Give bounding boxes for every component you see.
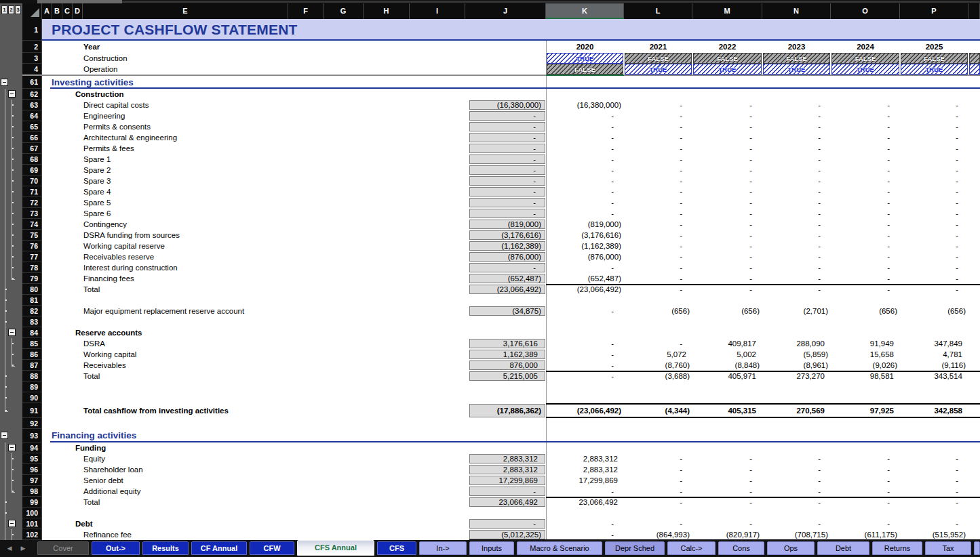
row-label-direct-capital-costs[interactable]: Direct capital costs (83, 100, 149, 110)
column-header-P[interactable]: P (900, 3, 968, 19)
outline-collapse-button[interactable] (8, 329, 16, 336)
cell-N79[interactable]: - (762, 273, 831, 284)
row-label-interest-during-construction[interactable]: Interest during construction (83, 262, 178, 273)
cell-O80[interactable]: - (831, 284, 900, 295)
column-header-H[interactable]: H (364, 3, 410, 19)
cell-O87[interactable]: (9,026) (831, 360, 900, 371)
row-header-70[interactable]: 70 (22, 176, 42, 186)
cell-L88[interactable]: (3,688) (624, 371, 692, 381)
cell-P78[interactable]: - (900, 262, 968, 273)
cell-K88[interactable]: - (546, 371, 624, 381)
flag-cell-operation-2025[interactable]: TRUE (901, 64, 968, 75)
cell-O77[interactable]: - (831, 251, 900, 262)
sheet-tab-cover[interactable]: Cover (37, 541, 89, 555)
construction-row-label[interactable]: Construction (83, 53, 128, 64)
cell-M68[interactable]: - (692, 154, 762, 165)
cell-K79[interactable]: (652,487) (546, 273, 624, 284)
cell-L91[interactable]: (4,344) (624, 403, 692, 418)
row-label-receivables[interactable]: Receivables (83, 360, 126, 371)
cell-L63[interactable]: - (624, 100, 692, 110)
cell-N78[interactable]: - (762, 262, 831, 273)
row-header-96[interactable]: 96 (22, 464, 42, 475)
cell-L68[interactable]: - (624, 154, 692, 165)
sheet-tab-inputs[interactable]: Inputs (469, 541, 514, 555)
row-header-76[interactable]: 76 (22, 241, 42, 251)
cell-N80[interactable]: - (762, 284, 831, 295)
cell-N85[interactable]: 288,090 (762, 338, 831, 349)
cell-P77[interactable]: - (900, 251, 968, 262)
cell-N68[interactable]: - (762, 154, 831, 165)
row-label-permits-fees[interactable]: Permits & fees (83, 143, 134, 154)
row-label-working-capital[interactable]: Working capital (83, 349, 136, 360)
sheet-tab-tax[interactable]: Tax (925, 541, 971, 555)
sheet-tab-cf-annual[interactable]: CF Annual (191, 541, 247, 555)
cell-P67[interactable]: - (900, 143, 968, 154)
tabs-scroll-left-button[interactable]: ◀ (4, 543, 15, 554)
cell-P71[interactable]: - (900, 186, 968, 197)
cell-M71[interactable]: - (692, 186, 762, 197)
cell-L64[interactable]: - (624, 110, 692, 121)
cell-O95[interactable]: - (831, 453, 900, 464)
cell-J63[interactable]: (16,380,000) (469, 100, 545, 110)
cell-P102[interactable]: (515,952) (900, 529, 968, 540)
year-row-label[interactable]: Year (83, 41, 100, 53)
cell-O71[interactable]: - (831, 186, 900, 197)
cell-J66[interactable]: - (469, 133, 545, 142)
cell-J96[interactable]: 2,883,312 (469, 465, 545, 474)
cell-K70[interactable]: - (546, 176, 624, 186)
flag-cell-operation-2021[interactable]: TRUE (625, 64, 692, 75)
cell-year-2025[interactable]: 2025 (900, 41, 968, 53)
cell-year-2023[interactable]: 2023 (762, 41, 831, 53)
row-label-total[interactable]: Total (83, 371, 100, 381)
cell-K72[interactable]: - (546, 197, 624, 208)
cell-J98[interactable]: - (469, 487, 545, 496)
cell-L101[interactable]: - (624, 518, 692, 529)
sheet-title[interactable]: PROJECT CASHFLOW STATEMENT (52, 19, 298, 41)
row-label-dsra[interactable]: DSRA (83, 338, 105, 349)
row-header-75[interactable]: 75 (22, 230, 42, 241)
flag-cell-operation-2022[interactable]: TRUE (693, 64, 762, 75)
row-label-dsra-funding-from-sources[interactable]: DSRA funding from sources (83, 230, 180, 241)
cell-M91[interactable]: 405,315 (692, 403, 762, 418)
row-label-total[interactable]: Total (83, 284, 100, 295)
cell-L102[interactable]: (864,993) (624, 529, 692, 540)
cell-O99[interactable]: - (831, 497, 900, 508)
cell-J75[interactable]: (3,176,616) (469, 230, 545, 240)
row-header-79[interactable]: 79 (22, 273, 42, 284)
cell-P64[interactable]: - (900, 110, 968, 121)
row-label-spare-6[interactable]: Spare 6 (83, 208, 111, 219)
cell-M66[interactable]: - (692, 132, 762, 143)
cell-K99[interactable]: 23,066,492 (546, 497, 624, 508)
cell-J76[interactable]: (1,162,389) (469, 241, 545, 251)
row-label-spare-5[interactable]: Spare 5 (83, 197, 111, 208)
cell-J77[interactable]: (876,000) (469, 252, 545, 262)
row-header-81[interactable]: 81 (22, 295, 42, 306)
row-header-4[interactable]: 4 (22, 64, 42, 75)
cell-K63[interactable]: (16,380,000) (546, 100, 624, 110)
cell-P76[interactable]: - (900, 241, 968, 251)
row-header-77[interactable]: 77 (22, 251, 42, 262)
cell-L80[interactable]: - (624, 284, 692, 295)
cell-M74[interactable]: - (692, 219, 762, 230)
cell-M96[interactable]: - (692, 464, 762, 475)
cell-L96[interactable]: - (624, 464, 692, 475)
cell-M88[interactable]: 405,971 (692, 371, 762, 381)
select-all-corner[interactable] (22, 3, 42, 19)
cell-J95[interactable]: 2,883,312 (469, 454, 545, 463)
cell-M75[interactable]: - (692, 230, 762, 241)
row-header-101[interactable]: 101 (22, 518, 42, 529)
cell-P99[interactable]: - (900, 497, 968, 508)
cell-N67[interactable]: - (762, 143, 831, 154)
cell-year-2022[interactable]: 2022 (692, 41, 762, 53)
row-header-95[interactable]: 95 (22, 453, 42, 464)
row-header-66[interactable]: 66 (22, 132, 42, 143)
outline-level-button-2[interactable]: 2 (8, 5, 14, 14)
row-header-82[interactable]: 82 (22, 306, 42, 316)
cell-P86[interactable]: 4,781 (900, 349, 968, 360)
cell-J85[interactable]: 3,176,616 (469, 339, 545, 348)
cell-N75[interactable]: - (762, 230, 831, 241)
row-label-shareholder-loan[interactable]: Shareholder loan (83, 464, 143, 475)
row-header-1[interactable]: 1 (22, 19, 42, 41)
cell-L78[interactable]: - (624, 262, 692, 273)
cell-J79[interactable]: (652,487) (469, 274, 545, 283)
